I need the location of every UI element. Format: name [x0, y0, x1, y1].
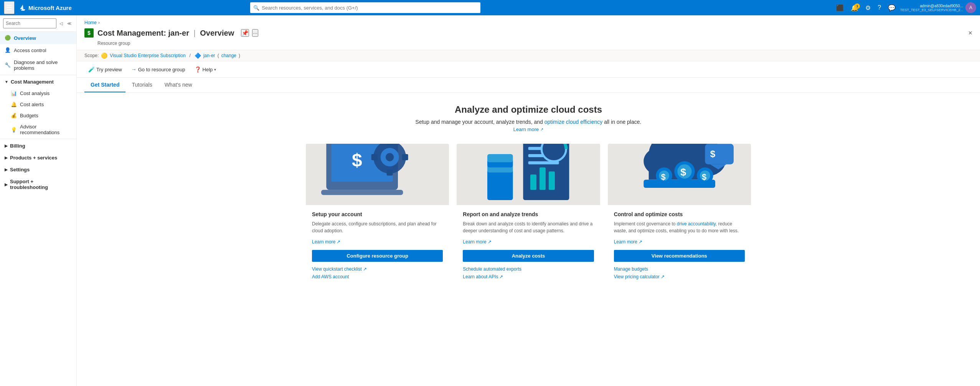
- breadcrumb-separator: ›: [98, 20, 100, 25]
- learn-apis-text: Learn about APIs: [463, 274, 498, 279]
- scope-change-link[interactable]: change: [221, 53, 236, 58]
- card-setup-learn-more[interactable]: Learn more ↗: [312, 239, 340, 245]
- sidebar-section-settings[interactable]: ▶ Settings: [0, 164, 76, 176]
- card-report-learn-more[interactable]: Learn more ↗: [463, 239, 491, 245]
- azure-logo-icon: [18, 4, 26, 11]
- hero-learn-more-link[interactable]: Learn more ↗: [513, 126, 543, 132]
- hero-subtitle-end: all in one place.: [604, 119, 641, 125]
- tabs: Get Started Tutorials What's new: [77, 78, 980, 93]
- sidebar-section-cost-management-label: Cost Management: [11, 79, 54, 85]
- view-recommendations-button[interactable]: View recommendations: [614, 250, 745, 262]
- page-title-text: Cost Management: jan-er: [97, 29, 189, 37]
- card-optimize-learn-more[interactable]: Learn more ↗: [614, 239, 642, 245]
- manage-budgets-link[interactable]: Manage budgets: [614, 266, 745, 272]
- scope-resource-group-link[interactable]: jan-er: [203, 53, 215, 58]
- user-menu[interactable]: admin@a830edad9050... TEST_TEST_E3_SELFS…: [900, 2, 976, 13]
- learn-apis-icon: ↗: [499, 274, 503, 279]
- sidebar-label-budgets: Budgets: [20, 113, 38, 118]
- sidebar-item-advisor-recommendations[interactable]: 💡 Advisor recommendations: [0, 121, 76, 138]
- tab-tutorials-label: Tutorials: [132, 82, 152, 88]
- diagnose-icon: 🔧: [5, 62, 11, 68]
- hamburger-menu[interactable]: ☰: [4, 1, 15, 14]
- sidebar-section-products-label: Products + services: [10, 155, 57, 161]
- svg-point-7: [386, 153, 394, 161]
- main-body: Analyze and optimize cloud costs Setup a…: [298, 93, 759, 305]
- sidebar-section-support[interactable]: ▶ Support + troubleshooting: [0, 176, 76, 193]
- sidebar-section-billing[interactable]: ▶ Billing: [0, 140, 76, 152]
- settings-chevron: ▶: [5, 168, 8, 172]
- access-control-icon: 👤: [5, 47, 11, 53]
- page-title-actions: 📌 ···: [241, 29, 258, 37]
- user-email: admin@a830edad9050...: [900, 4, 963, 8]
- help-button[interactable]: ❓ Help ▾: [191, 64, 220, 74]
- sidebar-search-container: ◁ ≪: [0, 15, 76, 32]
- feedback-button[interactable]: 💬: [886, 3, 898, 13]
- user-subtitle: TEST_TEST_E3_SELFSERVICEHB_2...: [900, 8, 963, 12]
- card-report-image: [457, 144, 600, 205]
- tab-get-started-label: Get Started: [91, 82, 119, 88]
- page-layout: ◁ ≪ 🟢 Overview 👤 Access control 🔧 Diagno…: [0, 15, 980, 386]
- card-optimize-learn-icon: ↗: [638, 239, 642, 245]
- sidebar-item-budgets[interactable]: 💰 Budgets: [0, 110, 76, 121]
- sidebar-item-access-control[interactable]: 👤 Access control: [0, 44, 76, 56]
- learn-apis-link[interactable]: Learn about APIs ↗: [463, 274, 594, 279]
- close-button[interactable]: ×: [968, 29, 972, 37]
- pricing-calculator-link[interactable]: View pricing calculator ↗: [614, 274, 745, 279]
- sidebar-item-overview[interactable]: 🟢 Overview: [0, 32, 76, 44]
- sidebar-item-diagnose[interactable]: 🔧 Diagnose and solve problems: [0, 56, 76, 74]
- analyze-costs-button[interactable]: Analyze costs: [463, 250, 594, 262]
- billing-chevron: ▶: [5, 144, 8, 148]
- go-to-resource-group-button[interactable]: → Go to resource group: [127, 64, 189, 74]
- more-options-button[interactable]: ···: [252, 29, 258, 37]
- sidebar-item-cost-alerts[interactable]: 🔔 Cost alerts: [0, 99, 76, 110]
- pricing-calculator-icon: ↗: [661, 274, 665, 279]
- help-icon: ❓: [195, 66, 201, 72]
- scope-subscription-icon: 🟡: [101, 53, 107, 59]
- svg-point-23: [542, 144, 566, 161]
- svg-rect-11: [402, 154, 408, 160]
- card-optimize-learn-text: Learn more: [614, 239, 637, 245]
- sidebar-search-input[interactable]: [3, 18, 56, 28]
- card-optimize-links: Manage budgets View pricing calculator ↗: [614, 266, 745, 279]
- pin-button[interactable]: 📌: [241, 29, 249, 37]
- tab-whats-new[interactable]: What's new: [158, 78, 198, 92]
- search-icon: 🔍: [253, 5, 259, 11]
- card-optimize-body: Control and optimize costs Implement cos…: [608, 205, 751, 286]
- support-chevron: ▶: [5, 182, 8, 187]
- advisor-icon: 💡: [11, 127, 17, 133]
- scope-rg-icon: 🔷: [195, 53, 201, 59]
- add-aws-link[interactable]: Add AWS account: [312, 274, 443, 279]
- page-header: Home › $ Cost Management: jan-er | Overv…: [77, 15, 980, 50]
- sidebar-section-products[interactable]: ▶ Products + services: [0, 152, 76, 164]
- svg-text:$: $: [661, 172, 665, 181]
- search-input[interactable]: [250, 2, 480, 13]
- tab-whats-new-label: What's new: [165, 82, 192, 88]
- card-report: Report on and analyze trends Break down …: [457, 144, 600, 286]
- try-preview-button[interactable]: 🧪 Try preview: [84, 64, 126, 74]
- sidebar-collapse-btn[interactable]: ≪: [66, 20, 73, 27]
- sidebar-search-back[interactable]: ◁: [58, 20, 64, 27]
- schedule-exports-link[interactable]: Schedule automated exports: [463, 266, 594, 272]
- card-setup-links: View quickstart checklist ↗ Add AWS acco…: [312, 266, 443, 279]
- sidebar-section-cost-management[interactable]: ▼ Cost Management: [0, 76, 76, 88]
- try-preview-label: Try preview: [96, 67, 122, 72]
- user-avatar[interactable]: A: [965, 2, 976, 13]
- sidebar-label-overview: Overview: [14, 35, 36, 41]
- card-setup: $ Setup your account: [306, 144, 449, 286]
- breadcrumb-home[interactable]: Home: [84, 20, 97, 25]
- settings-button[interactable]: ⚙: [863, 3, 873, 13]
- tab-get-started[interactable]: Get Started: [84, 78, 125, 92]
- scope-subscription-link[interactable]: Visual Studio Enterprise Subscription: [110, 53, 185, 58]
- card-report-desc: Break down and analyze costs to identify…: [463, 220, 594, 234]
- card-optimize-title: Control and optimize costs: [614, 211, 745, 217]
- scope-bar: Scope: 🟡 Visual Studio Enterprise Subscr…: [77, 50, 980, 61]
- configure-resource-group-button[interactable]: Configure resource group: [312, 250, 443, 262]
- scope-change-paren-close: ): [239, 53, 240, 58]
- help-button[interactable]: ?: [875, 3, 883, 13]
- view-quickstart-link[interactable]: View quickstart checklist ↗: [312, 266, 443, 272]
- notifications-button[interactable]: 🔔 1: [848, 3, 861, 13]
- cloud-shell-button[interactable]: ⬛: [834, 3, 846, 13]
- sidebar-item-cost-analysis[interactable]: 📊 Cost analysis: [0, 88, 76, 99]
- manage-budgets-text: Manage budgets: [614, 266, 648, 272]
- tab-tutorials[interactable]: Tutorials: [125, 78, 158, 92]
